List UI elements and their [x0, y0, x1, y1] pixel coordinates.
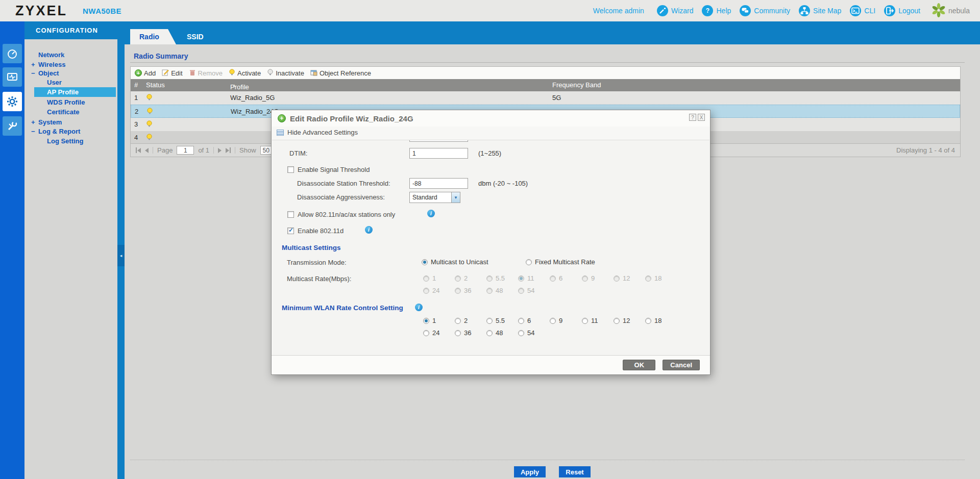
- edit-button[interactable]: Edit: [162, 69, 182, 78]
- radio-button[interactable]: [518, 330, 524, 336]
- radio-button[interactable]: [550, 275, 556, 282]
- logout-link[interactable]: Logout: [884, 5, 920, 16]
- radio-button[interactable]: [423, 275, 429, 282]
- apply-button[interactable]: Apply: [514, 466, 546, 477]
- nebula-link[interactable]: nebula: [931, 3, 970, 19]
- community-link[interactable]: Community: [740, 5, 790, 16]
- table-row[interactable]: 1 Wiz_Radio_5G 5G: [131, 91, 960, 105]
- radio-button[interactable]: [422, 259, 428, 265]
- dialog-close-button[interactable]: X: [698, 114, 705, 121]
- info-icon[interactable]: i: [365, 226, 373, 234]
- min-rate-option-2: 2: [455, 317, 468, 324]
- radio-button[interactable]: [455, 330, 461, 336]
- sidebar-item-user[interactable]: User: [24, 78, 117, 87]
- enable-80211d-checkbox[interactable]: [287, 228, 294, 234]
- min-wlan-rate-heading: Minimum WLAN Rate Control Setting: [282, 304, 403, 312]
- sidebar-item-certificate[interactable]: Certificate: [24, 107, 117, 117]
- disassociate-threshold-label: Disassociate Station Threshold:: [297, 180, 390, 187]
- sidebar-item-system[interactable]: +System: [24, 117, 117, 127]
- sidebar-collapse-handle[interactable]: ◂: [117, 245, 125, 266]
- radio-button[interactable]: [455, 275, 461, 282]
- configuration-icon[interactable]: [3, 92, 22, 111]
- add-button[interactable]: +Add: [135, 69, 156, 77]
- sidebar-item-wds-profile[interactable]: WDS Profile: [24, 97, 117, 107]
- help-link[interactable]: ? Help: [702, 5, 731, 16]
- sidebar-item-ap-profile[interactable]: AP Profile: [34, 87, 116, 97]
- monitor-icon[interactable]: [3, 67, 22, 87]
- enable-signal-threshold-row: Enable Signal Threshold: [272, 164, 709, 175]
- page-input[interactable]: [177, 146, 194, 155]
- remove-button[interactable]: Remove: [189, 69, 223, 78]
- radio-button[interactable]: [582, 318, 588, 324]
- info-icon[interactable]: i: [427, 210, 435, 217]
- tree-collapse-icon[interactable]: −: [31, 128, 38, 135]
- tab-ssid[interactable]: SSID: [182, 29, 209, 44]
- radio-button[interactable]: [550, 318, 556, 324]
- disassociate-threshold-input[interactable]: [409, 178, 468, 189]
- radio-button[interactable]: [423, 330, 429, 336]
- trash-icon: [189, 69, 196, 78]
- radio-button[interactable]: [486, 330, 493, 336]
- radio-button[interactable]: [645, 318, 651, 324]
- column-frequency-band[interactable]: Frequency Band: [552, 81, 601, 89]
- inactivate-button[interactable]: Inactivate: [267, 69, 304, 78]
- column-status[interactable]: Status: [146, 81, 165, 89]
- last-page-button[interactable]: [226, 147, 231, 153]
- radio-button[interactable]: [645, 275, 651, 282]
- tree-collapse-icon[interactable]: −: [31, 69, 38, 77]
- dtim-label: DTIM:: [289, 149, 307, 157]
- tree-expand-icon[interactable]: +: [31, 118, 38, 126]
- radio-button[interactable]: [518, 275, 524, 282]
- min-rate-option-24: 24: [423, 329, 439, 337]
- radio-button[interactable]: [614, 318, 620, 324]
- tree-expand-icon[interactable]: +: [31, 61, 38, 68]
- tab-radio[interactable]: Radio: [130, 29, 176, 44]
- object-reference-icon: [310, 69, 317, 78]
- radio-button[interactable]: [518, 318, 524, 324]
- dialog-scroll-area[interactable]: Beacon Interval: (40ms~1000ms) DTIM: (1~…: [272, 140, 709, 355]
- wizard-link[interactable]: Wizard: [657, 5, 694, 16]
- info-icon[interactable]: i: [415, 304, 423, 311]
- disassociate-aggressiveness-select[interactable]: Standard ▼: [409, 192, 460, 203]
- next-page-button[interactable]: [218, 148, 222, 153]
- disassociate-aggressiveness-row: Disassociate Aggressiveness: Standard ▼: [272, 192, 709, 203]
- enable-signal-threshold-checkbox[interactable]: [287, 166, 294, 173]
- first-page-button[interactable]: [136, 147, 141, 153]
- sitemap-link[interactable]: Site Map: [799, 5, 841, 16]
- ok-button[interactable]: OK: [623, 360, 655, 370]
- radio-button[interactable]: [423, 318, 429, 324]
- radio-button[interactable]: [486, 288, 493, 294]
- allow-modern-stations-checkbox[interactable]: [287, 211, 294, 218]
- radio-button[interactable]: [614, 275, 620, 282]
- cancel-button[interactable]: Cancel: [663, 360, 700, 370]
- radio-button[interactable]: [423, 288, 429, 294]
- radio-button[interactable]: [486, 275, 493, 282]
- column-num[interactable]: #: [134, 81, 138, 89]
- logout-icon: [884, 5, 895, 16]
- sidebar-item-log-report[interactable]: −Log & Report: [24, 127, 117, 136]
- radio-button[interactable]: [455, 288, 461, 294]
- dtim-input[interactable]: [409, 148, 468, 159]
- reset-button[interactable]: Reset: [559, 466, 591, 477]
- object-reference-button[interactable]: Object Reference: [310, 69, 371, 78]
- dialog-title: Edit Radio Profile Wiz_Radio_24G: [290, 114, 413, 123]
- sidebar-menu: Network +Wireless −Object User AP Profil…: [24, 39, 117, 479]
- transmission-mode-option-multicast-to-unicast: Multicast to Unicast: [422, 258, 488, 266]
- activate-button[interactable]: Activate: [229, 69, 261, 78]
- cli-link[interactable]: CLI: [850, 5, 875, 16]
- sidebar-item-object[interactable]: −Object: [24, 68, 117, 78]
- sidebar-item-network[interactable]: Network: [24, 50, 117, 60]
- dashboard-icon[interactable]: [3, 44, 22, 63]
- radio-button[interactable]: [582, 275, 588, 282]
- radio-button[interactable]: [486, 318, 493, 324]
- sidebar-item-log-setting[interactable]: Log Setting: [24, 136, 117, 146]
- radio-button[interactable]: [518, 288, 524, 294]
- previous-page-button[interactable]: [145, 148, 149, 153]
- dialog-help-button[interactable]: ?: [689, 114, 696, 121]
- radio-button[interactable]: [526, 259, 532, 265]
- beacon-interval-input[interactable]: [409, 140, 468, 142]
- hide-advanced-settings-toggle[interactable]: Hide Advanced Settings: [277, 129, 358, 136]
- radio-button[interactable]: [455, 318, 461, 324]
- disassociate-threshold-row: Disassociate Station Threshold: dbm (-20…: [272, 178, 709, 189]
- maintenance-icon[interactable]: [3, 116, 22, 136]
